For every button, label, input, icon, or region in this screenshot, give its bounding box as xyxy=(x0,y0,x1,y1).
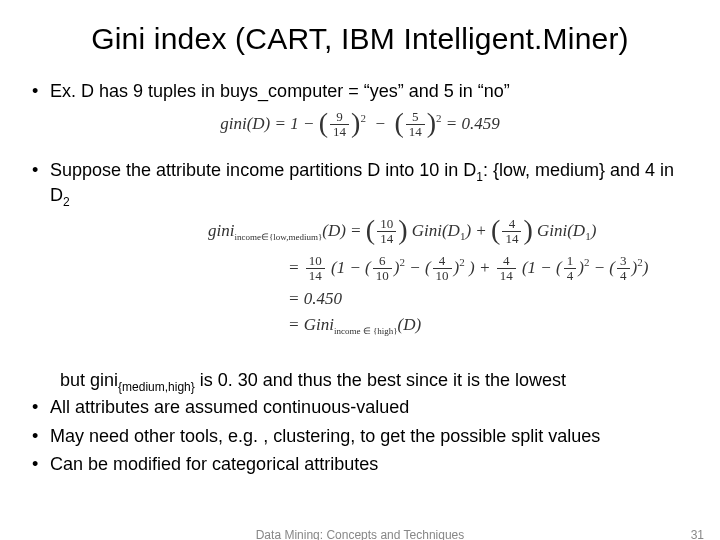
l2-t4d: 4 xyxy=(617,269,630,283)
f2-m2: ) + xyxy=(465,221,491,240)
f2-bd: 14 xyxy=(502,232,521,246)
f1-d2: 14 xyxy=(406,125,425,139)
f2-post: (D) = xyxy=(322,221,366,240)
l2-bd: 14 xyxy=(497,269,516,283)
bullet-list: Ex. D has 9 tuples in buys_computer = “y… xyxy=(28,80,692,103)
bullet-5: Can be modified for categorical attribut… xyxy=(28,453,692,476)
l2-t1d: 10 xyxy=(373,269,392,283)
indent-pre: but gini xyxy=(60,370,118,390)
f1-d1: 14 xyxy=(330,125,349,139)
l2-t3n: 1 xyxy=(564,254,577,269)
b2-sub2: 2 xyxy=(63,195,70,209)
formula-gini-d: gini(D) = 1 − (914)2 − (514)2 = 0.459 xyxy=(28,109,692,141)
footer-text: Data Mining: Concepts and Techniques xyxy=(0,528,720,540)
bullet-2: Suppose the attribute income partitions … xyxy=(28,159,692,210)
f2-an: 10 xyxy=(377,217,396,232)
l2-t2d: 10 xyxy=(433,269,452,283)
bullet-1: Ex. D has 9 tuples in buys_computer = “y… xyxy=(28,80,692,103)
f2-m1: Gini(D xyxy=(412,221,460,240)
l4-post: (D) xyxy=(398,315,422,334)
line3: = 0.450 xyxy=(208,289,692,309)
f1-n2: 5 xyxy=(406,110,425,125)
l2-bn: 4 xyxy=(497,254,516,269)
l2-t1n: 6 xyxy=(373,254,392,269)
l2-m1: (1 − ( xyxy=(331,257,371,276)
l4-pre: = Gini xyxy=(288,315,334,334)
f2-ad: 14 xyxy=(377,232,396,246)
l4-sub: income ∈ {high} xyxy=(334,327,398,337)
formula-gini-income: giniincome∈{low,medium}(D) = (1014) Gini… xyxy=(28,216,692,337)
slide-title: Gini index (CART, IBM Intelligent.Miner) xyxy=(28,22,692,56)
b2-sub1: 1 xyxy=(476,169,483,183)
f1-n1: 9 xyxy=(330,110,349,125)
l2-t4n: 3 xyxy=(617,254,630,269)
bullet-list-2: Suppose the attribute income partitions … xyxy=(28,159,692,210)
f2-bn: 4 xyxy=(502,217,521,232)
page-number: 31 xyxy=(691,528,704,540)
l2-m3: ) + xyxy=(469,257,495,276)
slide: Gini index (CART, IBM Intelligent.Miner)… xyxy=(0,0,720,540)
f2-pre: gini xyxy=(208,221,234,240)
f1-lhs: gini(D) = 1 − xyxy=(220,113,319,132)
indent-post: is 0. 30 and thus the best since it is t… xyxy=(195,370,566,390)
l2-t3d: 4 xyxy=(564,269,577,283)
bullet-4: May need other tools, e.g. , clustering,… xyxy=(28,425,692,448)
indent-line: but gini{medium,high} is 0. 30 and thus … xyxy=(28,369,692,395)
f1-result: = 0.459 xyxy=(446,113,500,132)
l2-m2: − ( xyxy=(409,257,430,276)
bullet-list-3: All attributes are assumed continuous-va… xyxy=(28,396,692,476)
b2-pre: Suppose the attribute income partitions … xyxy=(50,160,476,180)
indent-sub: {medium,high} xyxy=(118,379,195,393)
l2-ad: 14 xyxy=(306,269,325,283)
l2-pre: = xyxy=(288,257,304,276)
f2-m3: Gini(D xyxy=(537,221,585,240)
f2-sub: income∈{low,medium} xyxy=(234,232,322,242)
l2-end: ) xyxy=(643,257,649,276)
l2-t2n: 4 xyxy=(433,254,452,269)
l2-an: 10 xyxy=(306,254,325,269)
bullet-3: All attributes are assumed continuous-va… xyxy=(28,396,692,419)
